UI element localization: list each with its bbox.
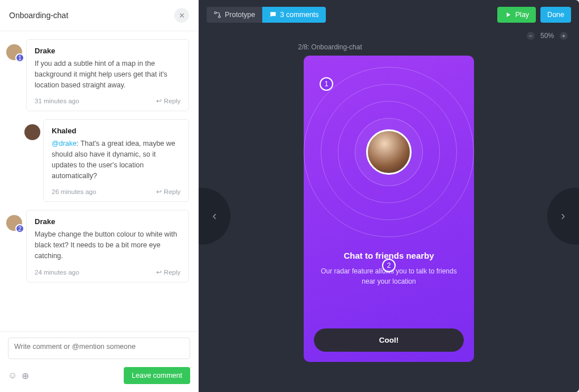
comment-marker-badge: 1 bbox=[15, 53, 24, 62]
emoji-icon[interactable]: ☺ bbox=[8, 370, 17, 381]
annotation-marker-2[interactable]: 2 bbox=[382, 259, 396, 272]
comment-author: Drake bbox=[35, 217, 181, 226]
svg-point-0 bbox=[215, 12, 217, 14]
comment-timestamp: 31 minutes ago bbox=[35, 98, 79, 104]
comment-card[interactable]: 2 Drake Maybe change the button colour t… bbox=[26, 210, 189, 282]
comment-composer: ☺ ⊕ Leave comment bbox=[0, 331, 198, 392]
comments-tab[interactable]: 3 comments bbox=[262, 7, 326, 23]
prev-screen-button[interactable]: ‹ bbox=[199, 188, 230, 245]
play-icon bbox=[504, 11, 512, 19]
reply-button[interactable]: ↩ Reply bbox=[156, 97, 181, 105]
comments-panel: Onboarding-chat ✕ 1 Drake If you add a s… bbox=[0, 0, 199, 392]
cool-button[interactable]: Cool! bbox=[314, 328, 464, 352]
comment-timestamp: 26 minutes ago bbox=[52, 188, 96, 195]
comment-icon bbox=[269, 11, 277, 19]
reply-button[interactable]: ↩ Reply bbox=[156, 268, 181, 276]
prototype-icon bbox=[213, 11, 221, 19]
reply-label: Reply bbox=[164, 269, 181, 276]
panel-title: Onboarding-chat bbox=[9, 11, 68, 20]
leave-comment-button[interactable]: Leave comment bbox=[124, 367, 190, 384]
zoom-value: 50% bbox=[540, 32, 554, 40]
zoom-controls: − 50% + bbox=[199, 29, 579, 40]
comment-card[interactable]: Khaled @drake: That's a great idea, mayb… bbox=[43, 119, 189, 202]
zoom-in-button[interactable]: + bbox=[560, 32, 568, 40]
close-icon: ✕ bbox=[179, 11, 185, 20]
reply-label: Reply bbox=[164, 98, 181, 104]
reply-button[interactable]: ↩ Reply bbox=[156, 188, 181, 196]
comment-input[interactable] bbox=[8, 338, 190, 359]
toolbar: Prototype 3 comments Play Done bbox=[199, 0, 579, 29]
comment-author: Khaled bbox=[52, 127, 181, 135]
prototype-tab[interactable]: Prototype bbox=[207, 7, 262, 23]
next-screen-button[interactable]: › bbox=[547, 188, 579, 245]
comments-list: 1 Drake If you add a subtle hint of a ma… bbox=[0, 31, 198, 331]
avatar bbox=[24, 124, 40, 140]
avatar-wrap bbox=[24, 124, 41, 141]
comment-timestamp: 24 minutes ago bbox=[35, 269, 79, 276]
canvas: 2/8: Onboarding-chat 1 2 Chat to friends… bbox=[199, 40, 579, 392]
annotation-marker-1[interactable]: 1 bbox=[320, 77, 333, 91]
chevron-left-icon: ‹ bbox=[212, 209, 216, 224]
radar-graphic bbox=[304, 67, 474, 237]
reply-icon: ↩ bbox=[156, 268, 162, 276]
reply-icon: ↩ bbox=[156, 188, 162, 196]
screen-breadcrumb: 2/8: Onboarding-chat bbox=[298, 43, 362, 51]
done-button[interactable]: Done bbox=[540, 7, 571, 23]
avatar-wrap: 2 bbox=[6, 215, 23, 232]
comment-marker-badge: 2 bbox=[15, 224, 24, 233]
preview-panel: Prototype 3 comments Play Done − 50% + 2… bbox=[199, 0, 579, 392]
avatar-photo bbox=[366, 129, 412, 175]
comment-author: Drake bbox=[35, 47, 181, 55]
chevron-right-icon: › bbox=[561, 209, 565, 224]
play-button[interactable]: Play bbox=[497, 7, 536, 23]
mention-icon[interactable]: ⊕ bbox=[22, 370, 29, 381]
mention[interactable]: @drake bbox=[52, 140, 77, 147]
comment-body: Maybe change the button colour to white … bbox=[35, 229, 181, 261]
reply-label: Reply bbox=[164, 188, 181, 195]
close-panel-button[interactable]: ✕ bbox=[174, 8, 189, 23]
comment-card[interactable]: 1 Drake If you add a subtle hint of a ma… bbox=[26, 39, 189, 111]
reply-icon: ↩ bbox=[156, 97, 162, 105]
zoom-out-button[interactable]: − bbox=[527, 32, 535, 40]
comment-body: @drake: That's a great idea, maybe we sh… bbox=[52, 138, 181, 181]
device-preview[interactable]: 1 2 Chat to friends nearby Our radar fea… bbox=[304, 56, 474, 362]
panel-header: Onboarding-chat ✕ bbox=[0, 0, 198, 31]
avatar-wrap: 1 bbox=[6, 44, 23, 61]
svg-point-1 bbox=[219, 16, 221, 18]
comment-body: If you add a subtle hint of a map in the… bbox=[35, 58, 181, 90]
